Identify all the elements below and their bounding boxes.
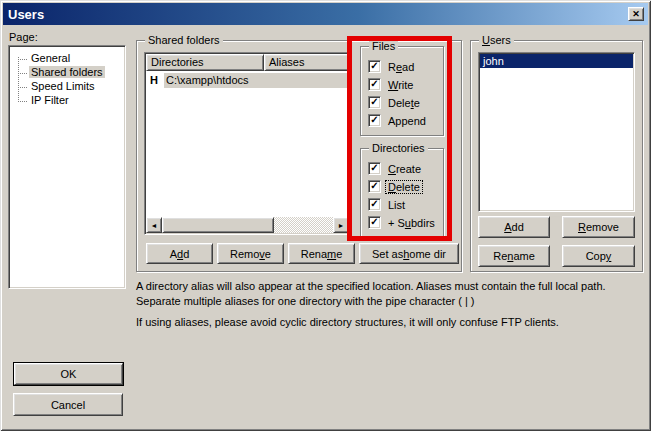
checkbox-label: Create xyxy=(386,163,423,175)
user-remove-button[interactable]: Remove xyxy=(562,216,635,238)
directories-permissions-group: Directories ✓ Create ✓ Delete ✓ List ✓ +… xyxy=(360,148,444,240)
checkbox-label: Delete xyxy=(386,97,422,109)
page-list[interactable]: General Shared folders Speed Limits IP F… xyxy=(8,45,126,289)
checkbox-subdirs[interactable]: ✓ + Subdirs xyxy=(368,216,443,229)
scroll-left-icon: ◄ xyxy=(151,222,158,229)
scrollbar-thumb[interactable] xyxy=(162,217,274,233)
checkbox-box[interactable]: ✓ xyxy=(368,114,381,127)
cancel-button[interactable]: Cancel xyxy=(13,393,123,416)
user-rename-button[interactable]: Rename xyxy=(478,245,550,267)
checkbox-box[interactable]: ✓ xyxy=(368,216,381,229)
checkbox-label: Append xyxy=(386,115,428,127)
checkbox-label: + Subdirs xyxy=(386,217,437,229)
ok-button[interactable]: OK xyxy=(14,363,123,385)
checkbox-read[interactable]: ✓ Read xyxy=(368,60,443,73)
alias-help-paragraph-2: If using aliases, please avoid cyclic di… xyxy=(136,315,638,330)
checkbox-box[interactable]: ✓ xyxy=(368,198,381,211)
check-icon: ✓ xyxy=(370,115,378,125)
title-bar: Users ✕ xyxy=(3,3,648,25)
page-label: Page: xyxy=(9,31,38,43)
shared-remove-button[interactable]: Remove xyxy=(217,243,284,264)
check-icon: ✓ xyxy=(370,163,378,173)
check-icon: ✓ xyxy=(370,97,378,107)
checkbox-create[interactable]: ✓ Create xyxy=(368,162,443,175)
checkbox-delete-files[interactable]: ✓ Delete xyxy=(368,96,443,109)
checkbox-label: Delete xyxy=(386,181,422,193)
horizontal-scrollbar[interactable]: ◄ ► xyxy=(146,217,349,233)
scroll-right-button[interactable]: ► xyxy=(333,217,349,233)
files-permissions-group: Files ✓ Read ✓ Write ✓ Delete ✓ Append xyxy=(360,46,444,136)
list-header: Directories Aliases xyxy=(146,54,349,71)
ok-button-default-frame: OK xyxy=(13,362,124,386)
checkbox-append[interactable]: ✓ Append xyxy=(368,114,443,127)
tree-line xyxy=(18,57,19,100)
shared-folders-group-label: Shared folders xyxy=(145,34,223,47)
column-header-aliases[interactable]: Aliases xyxy=(264,54,349,71)
window-title: Users xyxy=(3,7,44,22)
scroll-left-button[interactable]: ◄ xyxy=(146,217,162,233)
checkbox-write[interactable]: ✓ Write xyxy=(368,78,443,91)
page-item-shared-folders[interactable]: Shared folders xyxy=(9,65,125,79)
checkbox-box[interactable]: ✓ xyxy=(368,162,381,175)
shared-rename-button[interactable]: Rename xyxy=(288,243,355,264)
user-list-item[interactable]: john xyxy=(480,54,633,68)
files-group-label: Files xyxy=(369,40,398,53)
directory-path[interactable]: C:\xampp\htdocs xyxy=(164,73,348,88)
checkbox-label: Read xyxy=(386,61,416,73)
check-icon: ✓ xyxy=(370,181,378,191)
check-icon: ✓ xyxy=(370,199,378,209)
checkbox-label: List xyxy=(386,199,407,211)
checkbox-label: Write xyxy=(386,79,415,91)
check-icon: ✓ xyxy=(370,61,378,71)
shared-add-button[interactable]: Add xyxy=(146,243,213,264)
scroll-right-icon: ► xyxy=(338,222,345,229)
directories-checkbox-list: ✓ Create ✓ Delete ✓ List ✓ + Subdirs xyxy=(368,162,443,229)
page-item-label[interactable]: Speed Limits xyxy=(29,80,97,92)
page-item-label[interactable]: Shared folders xyxy=(29,66,105,78)
directories-group-label: Directories xyxy=(369,142,428,155)
check-icon: ✓ xyxy=(370,79,378,89)
page-item-label[interactable]: IP Filter xyxy=(29,94,71,106)
column-header-directories[interactable]: Directories xyxy=(146,54,264,71)
checkbox-delete-dirs[interactable]: ✓ Delete xyxy=(368,180,443,193)
user-add-button[interactable]: Add xyxy=(478,216,550,238)
checkbox-box[interactable]: ✓ xyxy=(368,78,381,91)
shared-directories-list[interactable]: Directories Aliases H C:\xampp\htdocs ◄ … xyxy=(144,52,351,235)
checkbox-box[interactable]: ✓ xyxy=(368,60,381,73)
home-dir-marker: H xyxy=(147,73,164,88)
set-as-home-dir-button[interactable]: Set as home dir xyxy=(359,243,459,264)
checkbox-box[interactable]: ✓ xyxy=(368,96,381,109)
page-item-label[interactable]: General xyxy=(29,52,72,64)
users-dialog-window: Users ✕ Page: General Shared folders Spe… xyxy=(0,0,651,431)
checkbox-list[interactable]: ✓ List xyxy=(368,198,443,211)
users-group-label: Users xyxy=(479,34,514,47)
alias-help-text: A directory alias will also appear at th… xyxy=(136,279,638,330)
page-item-general[interactable]: General xyxy=(9,51,125,65)
files-checkbox-list: ✓ Read ✓ Write ✓ Delete ✓ Append xyxy=(368,60,443,127)
user-copy-button[interactable]: Copy xyxy=(562,245,635,267)
check-icon: ✓ xyxy=(370,217,378,227)
users-list[interactable]: john xyxy=(478,52,635,212)
close-button[interactable]: ✕ xyxy=(628,7,644,21)
directory-row[interactable]: H C:\xampp\htdocs xyxy=(147,72,348,88)
alias-help-paragraph-1: A directory alias will also appear at th… xyxy=(136,279,638,309)
close-icon: ✕ xyxy=(632,9,640,19)
page-item-ip-filter[interactable]: IP Filter xyxy=(9,93,125,107)
page-item-speed-limits[interactable]: Speed Limits xyxy=(9,79,125,93)
checkbox-box[interactable]: ✓ xyxy=(368,180,381,193)
